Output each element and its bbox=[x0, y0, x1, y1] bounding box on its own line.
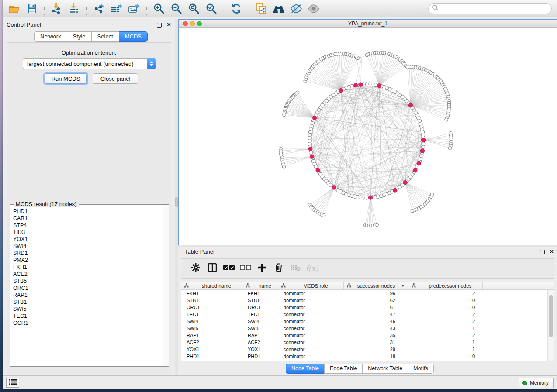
table-row[interactable]: SWI5SWI5connector431 bbox=[181, 325, 547, 332]
mcds-result-item[interactable]: STP4 bbox=[10, 222, 163, 229]
unchecked-boxes-icon bbox=[240, 265, 251, 272]
duplicate-network-button[interactable] bbox=[253, 1, 269, 16]
table-row[interactable]: ORC1ORC1dominator610 bbox=[181, 304, 547, 311]
tab-motifs[interactable]: Motifs bbox=[408, 364, 433, 374]
column-visibility-button[interactable] bbox=[204, 261, 221, 276]
column-header-shared-name[interactable]: shared name bbox=[181, 282, 242, 289]
close-table-panel-icon[interactable]: × bbox=[550, 248, 554, 255]
import-network-button[interactable] bbox=[49, 1, 65, 16]
mcds-result-item[interactable]: ACE2 bbox=[10, 271, 163, 278]
task-history-button[interactable] bbox=[6, 378, 19, 388]
table-row[interactable]: PHD1PHD1dominator180 bbox=[181, 353, 547, 360]
table-cell: RAP1 bbox=[181, 333, 242, 338]
table-row[interactable]: FKH1FKH1dominator962 bbox=[181, 290, 547, 297]
mcds-result-item[interactable]: ORC1 bbox=[10, 285, 163, 292]
show-graphics-button[interactable] bbox=[306, 1, 322, 16]
tab-style[interactable]: Style bbox=[67, 31, 92, 42]
mcds-result-item[interactable]: STB5 bbox=[10, 278, 163, 285]
main-toolbar bbox=[3, 0, 557, 17]
export-image-icon bbox=[128, 3, 140, 14]
table-settings-button[interactable] bbox=[187, 261, 204, 276]
close-panel-button[interactable]: Close panel bbox=[93, 73, 138, 84]
float-panel-icon[interactable] bbox=[157, 23, 162, 28]
splitter-grip[interactable] bbox=[175, 197, 178, 207]
mcds-result-item[interactable]: GCR1 bbox=[10, 320, 163, 327]
table-cell: 61 bbox=[344, 305, 408, 310]
deselect-all-button[interactable] bbox=[237, 261, 254, 276]
control-panel-header: Control Panel × bbox=[3, 20, 175, 30]
hide-graphics-button[interactable] bbox=[288, 1, 304, 16]
zoom-fit-button[interactable] bbox=[186, 1, 202, 16]
column-header-MCDS-role[interactable]: MCDS role bbox=[278, 282, 344, 289]
column-header-name[interactable]: name bbox=[242, 282, 278, 289]
memory-button[interactable]: Memory bbox=[519, 378, 554, 388]
open-session-button[interactable] bbox=[7, 1, 22, 16]
mcds-result-item[interactable]: RAP1 bbox=[10, 292, 163, 299]
table-cell: ORC1 bbox=[181, 305, 242, 310]
save-icon bbox=[27, 4, 37, 14]
export-image-button[interactable] bbox=[126, 1, 142, 16]
mcds-result-item[interactable]: CAR1 bbox=[10, 215, 163, 222]
binoculars-button[interactable] bbox=[271, 1, 287, 16]
tab-node-table[interactable]: Node Table bbox=[286, 364, 325, 374]
tab-edge-table[interactable]: Edge Table bbox=[324, 364, 363, 374]
tab-network[interactable]: Network bbox=[34, 31, 67, 42]
table-row[interactable]: ACE2ACE2connector311 bbox=[181, 339, 547, 346]
table-header-row: shared namenameMCDS rolesuccessor nodesp… bbox=[181, 282, 554, 290]
mcds-list-scrollbar[interactable] bbox=[163, 205, 169, 366]
tab-network-table[interactable]: Network Table bbox=[362, 364, 408, 374]
delete-column-button[interactable] bbox=[270, 261, 287, 276]
table-row[interactable]: RAP1RAP1dominator352 bbox=[181, 332, 547, 339]
table-row[interactable]: YOX1YOX1connector291 bbox=[181, 346, 547, 353]
mcds-result-item[interactable]: PHD1 bbox=[10, 208, 163, 215]
mcds-result-item[interactable]: PMA2 bbox=[10, 257, 163, 264]
mcds-result-item[interactable]: SRD1 bbox=[10, 250, 163, 257]
table-delete-icon bbox=[290, 264, 301, 273]
add-column-button[interactable] bbox=[254, 261, 270, 276]
run-mcds-button[interactable]: Run MCDS bbox=[45, 73, 87, 84]
optimization-criterion-label: Optimization criterion: bbox=[7, 49, 171, 56]
select-all-button[interactable] bbox=[221, 261, 237, 276]
mcds-result-item[interactable]: TID3 bbox=[10, 229, 163, 236]
table-cell: 62 bbox=[344, 298, 408, 303]
float-table-panel-icon[interactable] bbox=[540, 250, 545, 254]
mcds-result-item[interactable]: STB1 bbox=[10, 299, 163, 306]
zoom-in-button[interactable] bbox=[151, 1, 167, 16]
mcds-result-legend: MCDS result (17 nodes) bbox=[14, 201, 79, 207]
table-scrollbar-thumb[interactable] bbox=[549, 295, 553, 337]
mcds-result-item[interactable]: TEC1 bbox=[10, 313, 163, 320]
mcds-result-item[interactable]: SWI5 bbox=[10, 306, 163, 313]
table-row[interactable]: STB1STB1dominator620 bbox=[181, 297, 547, 304]
table-row[interactable]: SWI4SWI4dominator462 bbox=[181, 318, 547, 325]
table-cell: SWI4 bbox=[181, 319, 242, 324]
table-row[interactable]: TEC1TEC1connector472 bbox=[181, 311, 547, 318]
toolbar-separator bbox=[249, 3, 249, 15]
tab-mcds[interactable]: MCDS bbox=[119, 31, 148, 42]
network-canvas[interactable] bbox=[179, 28, 557, 245]
export-network-button[interactable] bbox=[91, 1, 107, 16]
search-box[interactable] bbox=[428, 3, 552, 14]
column-header-predecessor-nodes[interactable]: predecessor nodes bbox=[408, 282, 483, 289]
mcds-result-item[interactable]: FKH1 bbox=[10, 264, 163, 271]
chevron-down-icon[interactable] bbox=[401, 285, 405, 287]
attribute-icon bbox=[246, 283, 250, 289]
attribute-icon bbox=[281, 283, 286, 289]
save-session-button[interactable] bbox=[24, 1, 40, 16]
import-table-button[interactable] bbox=[66, 1, 82, 16]
close-panel-icon[interactable]: × bbox=[167, 21, 171, 28]
tab-select[interactable]: Select bbox=[91, 31, 119, 42]
zoom-out-button[interactable] bbox=[169, 1, 184, 16]
network-view-window: YPA_prune.txt_1 bbox=[178, 19, 557, 245]
fx-icon: f(x) bbox=[305, 264, 318, 273]
export-table-button[interactable] bbox=[109, 1, 125, 16]
column-header-successor-nodes[interactable]: successor nodes bbox=[344, 282, 408, 289]
mcds-result-item[interactable]: YOX1 bbox=[10, 236, 163, 243]
zoom-selected-button[interactable] bbox=[204, 1, 219, 16]
criterion-select[interactable]: largest connected component (undirected) bbox=[23, 58, 156, 69]
table-scrollbar[interactable] bbox=[547, 290, 554, 361]
network-window-titlebar[interactable]: YPA_prune.txt_1 bbox=[179, 20, 557, 28]
search-input[interactable] bbox=[439, 6, 544, 12]
mcds-result-item[interactable]: SWI4 bbox=[10, 243, 163, 250]
vertical-splitter[interactable] bbox=[175, 19, 178, 375]
refresh-layout-button[interactable] bbox=[228, 1, 244, 16]
